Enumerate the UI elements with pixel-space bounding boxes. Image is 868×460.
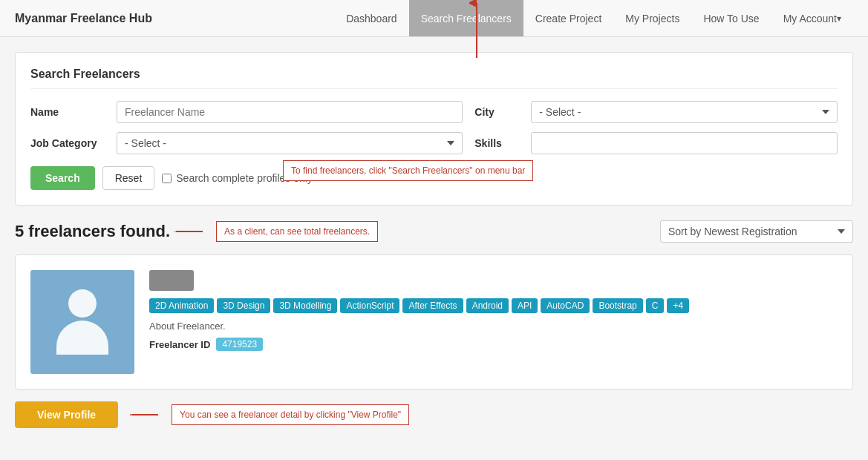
freelancer-id-label: Freelancer ID (149, 339, 210, 350)
results-header: 5 freelancers found. As a client, can se… (15, 220, 853, 243)
view-profile-button[interactable]: View Profile (15, 401, 118, 428)
count-arrow-icon (174, 223, 204, 240)
about-text: About Freelancer. (149, 321, 838, 332)
skill-badge: 3D Modelling (273, 298, 337, 313)
skill-badge: Android (466, 298, 509, 313)
avatar-head (68, 289, 97, 318)
city-select[interactable]: - Select - (531, 101, 838, 123)
profile-annotation-box: You can see a freelancer detail by click… (172, 404, 409, 425)
skill-badge: C (646, 298, 665, 313)
skills-group: Skills (474, 132, 838, 154)
avatar-figure (56, 289, 108, 355)
sort-select[interactable]: Sort by Newest Registration Sort by Olde… (660, 220, 853, 243)
skill-badge: 3D Design (217, 298, 270, 313)
form-row-category-skills: Job Category - Select - Skills (30, 132, 838, 154)
skill-badge: 2D Animation (149, 298, 214, 313)
city-label: City (474, 106, 519, 118)
main-content: Search Freelancers Name City - Select - … (0, 37, 868, 443)
skill-badge: After Effects (402, 298, 463, 313)
results-count: 5 freelancers found. (15, 222, 170, 241)
freelancer-info: 2D Animation3D Design3D ModellingActionS… (149, 270, 838, 374)
reset-button[interactable]: Reset (102, 166, 155, 190)
card-footer: View Profile You can see a freelancer de… (15, 401, 853, 428)
form-row-name-city: Name City - Select - (30, 101, 838, 123)
freelancer-id-row: Freelancer ID 4719523 (149, 338, 838, 351)
search-panel-title: Search Freelancers (30, 68, 838, 89)
skills-row: 2D Animation3D Design3D ModellingActionS… (149, 298, 838, 313)
name-input[interactable] (117, 101, 463, 123)
city-group: City - Select - (474, 101, 838, 123)
complete-profiles-checkbox[interactable] (162, 174, 172, 183)
brand: Myanmar Freelance Hub (15, 12, 152, 25)
name-label: Name (30, 106, 105, 118)
form-actions: Search Reset Search complete profiles on… (30, 166, 838, 190)
freelancer-name-placeholder (149, 270, 194, 291)
nav-item-how-to-use[interactable]: How To Use (691, 0, 771, 36)
view-profile-arrow-icon (130, 406, 160, 424)
skills-label: Skills (474, 137, 519, 149)
skill-badge: Bootstrap (593, 298, 642, 313)
search-button[interactable]: Search (30, 166, 95, 190)
nav-item-create-project[interactable]: Create Project (523, 0, 613, 36)
nav-item-dashboard[interactable]: Dashboard (334, 0, 409, 36)
navbar: Myanmar Freelance Hub Dashboard Search F… (0, 0, 868, 37)
skill-badge: API (512, 298, 538, 313)
nav-items: Dashboard Search Freelancers Create Proj… (334, 0, 853, 36)
freelancer-card: 2D Animation3D Design3D ModellingActionS… (15, 254, 853, 390)
count-annotation-box: As a client, can see total freelancers. (216, 221, 378, 242)
skill-badge: AutoCAD (541, 298, 590, 313)
nav-item-my-projects[interactable]: My Projects (613, 0, 691, 36)
avatar-body (56, 321, 108, 355)
freelancer-id-badge: 4719523 (216, 338, 263, 351)
search-panel: Search Freelancers Name City - Select - … (15, 52, 853, 206)
skill-badge: +4 (667, 298, 689, 313)
search-annotation-box: To find freelancers, click "Search Freel… (283, 160, 533, 181)
nav-item-my-account[interactable]: My Account (771, 0, 853, 36)
nav-item-search-freelancers[interactable]: Search Freelancers (409, 0, 523, 36)
search-form: Name City - Select - Job Category - Sele… (30, 101, 838, 190)
job-category-select[interactable]: - Select - (117, 132, 463, 154)
job-category-label: Job Category (30, 137, 105, 149)
skill-badge: ActionScript (340, 298, 399, 313)
skills-input[interactable] (531, 132, 838, 154)
avatar (30, 270, 134, 374)
